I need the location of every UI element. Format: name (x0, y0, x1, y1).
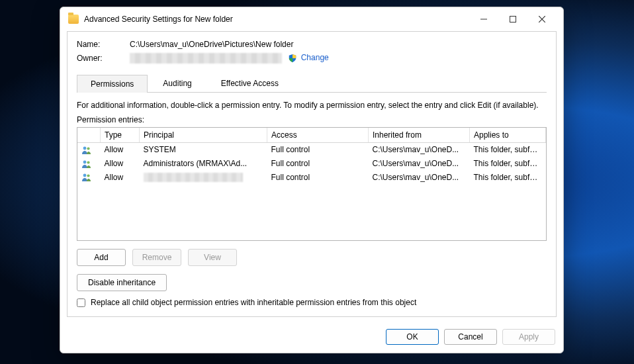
col-type[interactable]: Type (101, 128, 140, 143)
table-row[interactable]: AllowFull controlC:\Users\mav_u\OneD...T… (77, 171, 546, 185)
maximize-button[interactable] (498, 9, 527, 29)
svg-point-4 (87, 161, 89, 163)
entries-label: Permission entries: (77, 115, 547, 124)
table-row[interactable]: AllowAdministrators (MRMAX\Ad...Full con… (77, 157, 546, 171)
svg-point-3 (83, 160, 87, 163)
remove-button: Remove (132, 249, 181, 266)
people-icon (77, 171, 101, 185)
cancel-button[interactable]: Cancel (444, 329, 497, 345)
window-title: Advanced Security Settings for New folde… (84, 15, 233, 24)
apply-button: Apply (502, 329, 555, 345)
svg-point-6 (87, 175, 89, 177)
type-value: Allow (101, 143, 140, 157)
access-value: Full control (267, 157, 369, 171)
owner-value-redacted (130, 53, 282, 64)
owner-row: Owner: Change (77, 53, 547, 64)
table-row[interactable]: AllowSYSTEMFull controlC:\Users\mav_u\On… (77, 143, 546, 157)
svg-point-2 (87, 147, 89, 150)
tab-strip: Permissions Auditing Effective Access (77, 74, 547, 93)
applies-value: This folder, subfolders and files (470, 143, 546, 157)
applies-value: This folder, subfolders and files (470, 157, 546, 171)
principal-value: SYSTEM (144, 145, 176, 154)
col-applies[interactable]: Applies to (470, 128, 546, 143)
principal-value: Administrators (MRMAX\Ad... (144, 159, 248, 168)
col-inherited[interactable]: Inherited from (369, 128, 470, 143)
content-pane: Name: C:\Users\mav_u\OneDrive\Pictures\N… (67, 31, 557, 317)
svg-point-5 (83, 174, 87, 177)
access-value: Full control (267, 171, 369, 185)
access-value: Full control (267, 143, 369, 157)
change-owner-link[interactable]: Change (301, 53, 329, 62)
tab-auditing[interactable]: Auditing (149, 74, 205, 92)
entry-buttons: Add Remove View (77, 249, 547, 266)
inheritance-buttons: Disable inheritance (77, 274, 547, 291)
name-label: Name: (77, 40, 130, 49)
minimize-button[interactable] (469, 9, 498, 29)
inherited-value: C:\Users\mav_u\OneD... (369, 157, 470, 171)
principal-redacted (144, 173, 243, 182)
inherited-value: C:\Users\mav_u\OneD... (369, 171, 470, 185)
grid-header-row: Type Principal Access Inherited from App… (77, 128, 546, 143)
titlebar: Advanced Security Settings for New folde… (60, 7, 563, 31)
permission-grid[interactable]: Type Principal Access Inherited from App… (77, 127, 547, 241)
advanced-security-window: Advanced Security Settings for New folde… (60, 7, 564, 353)
view-button: View (188, 249, 237, 266)
shield-icon (288, 54, 297, 63)
owner-label: Owner: (77, 54, 130, 63)
applies-value: This folder, subfolders and files (470, 171, 546, 185)
people-icon (77, 157, 101, 171)
dialog-button-row: OK Cancel Apply (60, 324, 563, 353)
tab-effective-access[interactable]: Effective Access (207, 74, 293, 92)
folder-icon (68, 15, 79, 24)
name-row: Name: C:\Users\mav_u\OneDrive\Pictures\N… (77, 40, 547, 49)
type-value: Allow (101, 171, 140, 185)
replace-child-label: Replace all child object permission entr… (91, 298, 416, 307)
close-button[interactable] (527, 9, 557, 29)
tab-permissions[interactable]: Permissions (77, 75, 148, 93)
svg-rect-0 (510, 17, 516, 23)
type-value: Allow (101, 157, 140, 171)
col-principal[interactable]: Principal (140, 128, 267, 143)
name-value: C:\Users\mav_u\OneDrive\Pictures\New fol… (130, 40, 547, 49)
svg-point-1 (83, 146, 87, 150)
col-access[interactable]: Access (267, 128, 369, 143)
ok-button[interactable]: OK (386, 329, 439, 345)
replace-child-checkbox[interactable] (77, 298, 85, 307)
add-button[interactable]: Add (77, 249, 126, 266)
replace-child-checkbox-row[interactable]: Replace all child object permission entr… (77, 298, 547, 307)
inherited-value: C:\Users\mav_u\OneD... (369, 143, 470, 157)
info-text: For additional information, double-click… (77, 101, 547, 110)
disable-inheritance-button[interactable]: Disable inheritance (77, 274, 167, 291)
people-icon (77, 143, 101, 157)
